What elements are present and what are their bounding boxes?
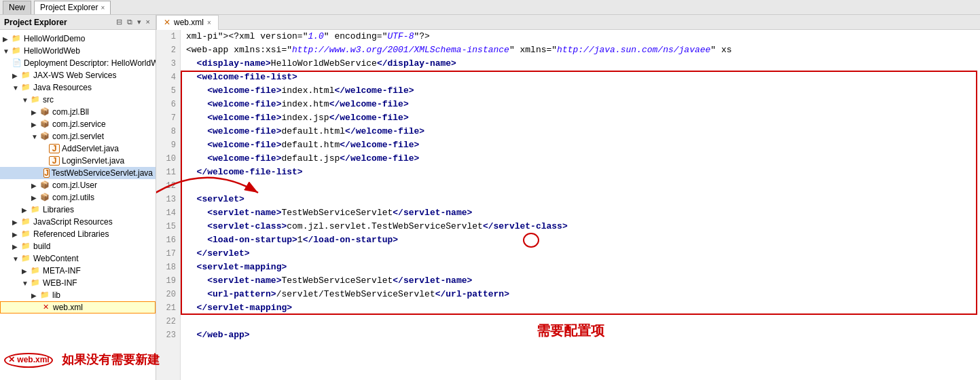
link-icon[interactable]: ⧉ (126, 18, 134, 26)
tree-item-helloworlddemo[interactable]: ▶📁HelloWorldDemo (0, 33, 156, 45)
bottom-annotation-text: 如果没有需要新建 (62, 352, 160, 368)
tree-item-libraries[interactable]: ▶📁Libraries (0, 204, 156, 216)
code-line-9: <welcome-file>default.htm</welcome-file> (186, 138, 975, 152)
tree-item-com.jzl.utils[interactable]: ▶📦com.jzl.utils (0, 191, 156, 204)
tree-label-js-resources: JavaScript Resources (33, 217, 113, 227)
tree-label-com.jzl.servlet: com.jzl.servlet (52, 132, 104, 141)
tree-icon-deployment: 📄 (12, 58, 22, 68)
code-line-11: </welcome-file-list> (186, 166, 975, 179)
tree-item-jaxws[interactable]: ▶📁JAX-WS Web Services (0, 69, 156, 81)
code-line-22 (186, 315, 975, 328)
new-tab[interactable]: New (3, 1, 31, 14)
tree-label-lib: lib (52, 290, 60, 300)
editor-tab-webxml[interactable]: ✕ web.xml × (156, 15, 219, 30)
tree-label-addservlet: AddServlet.java (62, 144, 119, 153)
tree-arrow-js-resources: ▶ (12, 218, 20, 226)
tree-item-addservlet[interactable]: JAddServlet.java (0, 142, 156, 155)
line-number-10: 10 (160, 152, 176, 166)
tree-label-testwebserviceservlet: TestWebServiceServlet.java (52, 168, 153, 178)
code-line-6: <welcome-file>index.htm</welcome-file> (186, 98, 975, 111)
code-line-18: <servlet-mapping> (186, 261, 975, 274)
tree-item-webxml[interactable]: ✕web.xml (0, 301, 156, 314)
tree-label-web-inf: WEB-INF (43, 278, 77, 288)
tree-item-src[interactable]: ▼📁src (0, 94, 156, 106)
tree-label-deployment: Deployment Descriptor: HelloWorldWeb (24, 58, 156, 68)
code-line-7: <welcome-file>index.jsp</welcome-file> (186, 111, 975, 125)
tree-arrow-libraries: ▶ (22, 206, 30, 214)
line-number-6: 6 (160, 98, 176, 111)
code-line-15: <servlet-class>com.jzl.servlet.TestWebSe… (186, 220, 975, 233)
tree-label-com.jzl.bll: com.jzl.Bll (52, 107, 89, 117)
editor-tab-close-icon[interactable]: × (207, 19, 211, 26)
tree-icon-build: 📁 (20, 242, 31, 251)
tree-label-java-resources: Java Resources (33, 83, 92, 92)
tree-item-build[interactable]: ▶📁build (0, 240, 156, 252)
code-line-14: <servlet-name>TestWebServiceServlet</ser… (186, 206, 975, 220)
main-area: Project Explorer ⊟ ⧉ ▾ × ▶📁HelloWorldDem… (0, 15, 980, 380)
tree-icon-com.jzl.bll: 📦 (39, 107, 50, 117)
tree-label-meta-inf: META-INF (43, 266, 81, 276)
tree-item-webcontent[interactable]: ▼📁WebContent (0, 252, 156, 265)
tree-arrow-com.jzl.servlet: ▼ (31, 133, 39, 140)
project-explorer-tab[interactable]: Project Explorer × (34, 1, 111, 14)
line-number-23: 23 (160, 328, 176, 342)
tree-label-webcontent: WebContent (33, 254, 79, 263)
tree-icon-com.jzl.user: 📦 (39, 180, 50, 190)
line-number-17: 17 (160, 247, 176, 261)
tree-item-meta-inf[interactable]: ▶📁META-INF (0, 265, 156, 277)
tree-arrow-helloworlddemo: ▶ (3, 35, 11, 43)
webxml-circled-label: ✕ web.xml (7, 355, 51, 364)
tree-icon-helloworlddemo: 📁 (11, 34, 22, 43)
tree-label-src: src (43, 95, 54, 104)
tree-label-jaxws: JAX-WS Web Services (33, 71, 116, 80)
top-tab-bar: New Project Explorer × (0, 0, 980, 15)
explorer-close-icon[interactable]: × (145, 18, 151, 26)
tree-item-com.jzl.service[interactable]: ▶📦com.jzl.service (0, 118, 156, 130)
explorer-header-title: Project Explorer (4, 18, 67, 27)
editor-content[interactable]: 1234567891011121314151617181920212223 xm… (156, 30, 980, 380)
code-line-1: xml-pi"><?xml version="1.0" encoding="UT… (186, 30, 975, 43)
tree-label-com.jzl.utils: com.jzl.utils (52, 193, 94, 202)
editor-tab-label: web.xml (174, 18, 204, 27)
project-explorer-close-icon[interactable]: × (101, 4, 105, 12)
tree-item-js-resources[interactable]: ▶📁JavaScript Resources (0, 216, 156, 228)
tree-label-com.jzl.service: com.jzl.service (52, 119, 106, 129)
editor-area: ✕ web.xml × 1234567891011121314151617181… (156, 15, 980, 380)
project-explorer-tab-label: Project Explorer (40, 3, 98, 12)
menu-icon[interactable]: ▾ (136, 18, 143, 26)
code-line-10: <welcome-file>default.jsp</welcome-file> (186, 152, 975, 166)
tree-label-com.jzl.user: com.jzl.User (52, 180, 97, 190)
tree-icon-web-inf: 📁 (30, 278, 41, 288)
tree-item-deployment[interactable]: 📄Deployment Descriptor: HelloWorldWeb (0, 57, 156, 69)
tree-item-com.jzl.bll[interactable]: ▶📦com.jzl.Bll (0, 106, 156, 118)
tree-item-helloworldweb[interactable]: ▼📁HelloWorldWeb (0, 45, 156, 57)
tree-item-com.jzl.servlet[interactable]: ▼📦com.jzl.servlet (0, 130, 156, 142)
code-line-4: <welcome-file-list> (186, 71, 975, 84)
collapse-icon[interactable]: ⊟ (115, 18, 124, 26)
line-number-21: 21 (160, 301, 176, 315)
tree-item-testwebserviceservlet[interactable]: JTestWebServiceServlet.java (0, 167, 156, 179)
code-line-19: <servlet-name>TestWebServiceServlet</ser… (186, 274, 975, 288)
code-line-17: </servlet> (186, 247, 975, 261)
line-number-7: 7 (160, 111, 176, 125)
line-number-3: 3 (160, 57, 176, 71)
tree-icon-meta-inf: 📁 (30, 266, 41, 276)
line-number-19: 19 (160, 274, 176, 288)
explorer-header-icons: ⊟ ⧉ ▾ × (115, 18, 151, 26)
tree-item-web-inf[interactable]: ▼📁WEB-INF (0, 277, 156, 289)
line-number-22: 22 (160, 315, 176, 328)
tree-item-com.jzl.user[interactable]: ▶📦com.jzl.User (0, 179, 156, 191)
code-line-2: <web-app xmlns:xsi="http://www.w3.org/20… (186, 43, 975, 57)
tree-arrow-com.jzl.user: ▶ (31, 182, 39, 189)
tree-icon-src: 📁 (30, 95, 41, 104)
tree-arrow-referenced-libs: ▶ (12, 231, 20, 238)
tree-item-loginservlet[interactable]: JLoginServlet.java (0, 155, 156, 167)
code-line-8: <welcome-file>default.html</welcome-file… (186, 125, 975, 138)
tree-icon-java-resources: 📁 (20, 83, 31, 92)
tree-item-java-resources[interactable]: ▼📁Java Resources (0, 81, 156, 94)
tree-item-lib[interactable]: ▶📁lib (0, 289, 156, 301)
tree-item-referenced-libs[interactable]: ▶📁Referenced Libraries (0, 228, 156, 240)
tree-icon-com.jzl.service: 📦 (39, 119, 50, 129)
line-number-13: 13 (160, 193, 176, 206)
tree-icon-testwebserviceservlet: J (43, 168, 50, 178)
